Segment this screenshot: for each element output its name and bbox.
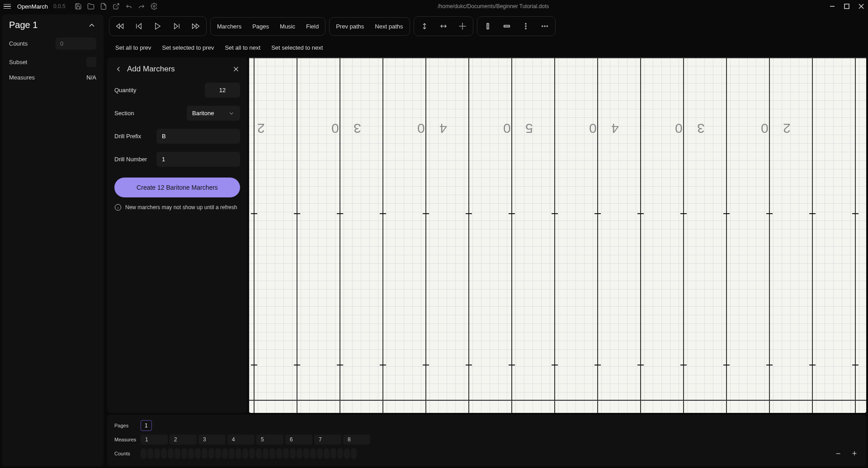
tl-measure[interactable]: 2 [170,435,197,445]
create-marchers-button[interactable]: Create 12 Baritone Marchers [114,178,240,197]
tl-count[interactable] [202,448,208,459]
tl-measure[interactable]: 4 [227,435,255,445]
tab-music[interactable]: Music [275,19,300,33]
tl-count[interactable] [208,448,214,459]
rewind-button[interactable] [111,19,128,34]
field-canvas[interactable]: 23 04 05 04 03 02 0 [249,57,866,413]
file-icon[interactable] [100,3,107,10]
set-selected-prev-button[interactable]: Set selected to prev [158,42,219,54]
tl-measure[interactable]: 8 [343,435,370,445]
info-icon [114,204,122,211]
tl-count[interactable] [141,448,146,459]
tl-count[interactable] [290,448,296,459]
move-vert-icon[interactable] [416,19,433,34]
back-icon[interactable] [114,65,123,73]
tl-count[interactable] [181,448,187,459]
tl-count[interactable] [175,448,180,459]
tl-page[interactable]: 1 [141,420,152,431]
more-icon[interactable] [536,19,553,34]
tl-measure[interactable]: 3 [198,435,226,445]
tl-count[interactable] [161,448,167,459]
toolbar: Marchers Pages Music Field Prev paths Ne… [107,14,866,38]
minimize-icon[interactable] [829,3,835,9]
align-vert-icon[interactable] [479,19,496,34]
yard-number: 4 0 [584,121,619,136]
tl-count[interactable] [222,448,228,459]
section-select[interactable]: Baritone [187,106,240,121]
quantity-input[interactable] [205,83,240,98]
set-selected-next-button[interactable]: Set selected to next [267,42,327,54]
subset-checkbox[interactable] [86,57,96,67]
align-horiz-icon[interactable] [498,19,515,34]
play-button[interactable] [149,19,166,34]
yard-number: 2 [252,121,265,136]
export-icon[interactable] [113,3,120,10]
tl-measure[interactable]: 6 [285,435,312,445]
hamburger-icon[interactable] [4,2,12,10]
skip-back-button[interactable] [130,19,147,34]
tl-count[interactable] [283,448,289,459]
tl-count[interactable] [303,448,309,459]
tab-field[interactable]: Field [302,19,323,33]
tl-count[interactable] [215,448,221,459]
prefix-input[interactable] [156,129,240,144]
save-icon[interactable] [75,3,82,10]
close-panel-icon[interactable] [232,65,240,73]
tl-measure[interactable]: 5 [256,435,283,445]
snap-icon[interactable] [454,19,471,34]
undo-icon[interactable] [125,3,132,10]
tl-count[interactable] [195,448,201,459]
zoom-in-button[interactable]: + [850,449,859,458]
tl-count[interactable] [147,448,153,459]
number-input[interactable] [156,152,240,167]
tl-count[interactable] [276,448,282,459]
tl-count[interactable] [263,448,269,459]
tl-measure[interactable]: 7 [314,435,341,445]
svg-marker-7 [120,24,123,29]
tl-count[interactable] [168,448,174,459]
move-horiz-icon[interactable] [435,19,452,34]
distribute-icon[interactable] [517,19,534,34]
counts-input[interactable] [56,37,96,50]
svg-point-30 [544,26,545,27]
tl-count[interactable] [154,448,160,459]
tl-count[interactable] [249,448,255,459]
tl-count[interactable] [330,448,336,459]
tl-count[interactable] [337,448,343,459]
maximize-icon[interactable] [844,3,850,9]
next-paths-button[interactable]: Next paths [370,19,407,33]
yard-number: 4 0 [412,121,447,136]
svg-point-28 [525,28,526,29]
tl-count[interactable] [242,448,248,459]
close-icon[interactable] [858,3,864,9]
prev-paths-button[interactable]: Prev paths [331,19,368,33]
yard-number: 5 0 [498,121,533,136]
chevron-up-icon[interactable] [87,21,96,30]
tl-count[interactable] [351,448,357,459]
tl-count[interactable] [317,448,323,459]
tl-count[interactable] [297,448,302,459]
app-version: 0.0.5 [53,3,66,9]
open-icon[interactable] [87,3,94,10]
tl-count[interactable] [344,448,350,459]
tl-count[interactable] [229,448,235,459]
tl-measure[interactable]: 1 [141,435,168,445]
tl-count[interactable] [324,448,330,459]
tab-marchers[interactable]: Marchers [212,19,246,33]
tab-pages[interactable]: Pages [248,19,274,33]
info-text: New marchers may not show up until a ref… [125,204,237,211]
fast-forward-button[interactable] [187,19,204,34]
tl-count[interactable] [236,448,241,459]
tl-count[interactable] [256,448,262,459]
skip-forward-button[interactable] [168,19,185,34]
tl-count[interactable] [269,448,275,459]
redo-icon[interactable] [138,3,145,10]
app-name: OpenMarch [17,3,48,10]
tl-count[interactable] [310,448,316,459]
set-all-next-button[interactable]: Set all to next [220,42,265,54]
settings-icon[interactable] [151,3,158,10]
set-all-prev-button[interactable]: Set all to prev [111,42,156,54]
zoom-out-button[interactable]: − [834,449,843,458]
tl-count[interactable] [188,448,194,459]
number-label: Drill Number [114,156,147,163]
